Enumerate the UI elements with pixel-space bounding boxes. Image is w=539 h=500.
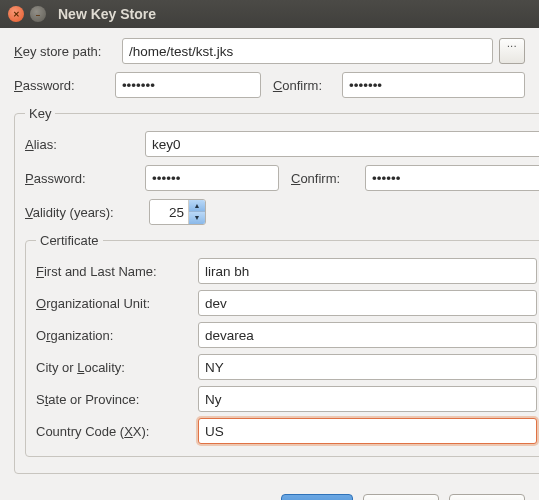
keystore-confirm-label: Confirm: (273, 78, 342, 93)
alias-input[interactable] (145, 131, 539, 157)
titlebar: ✕ – New Key Store (0, 0, 539, 28)
key-legend: Key (25, 106, 55, 121)
keystore-password-label: Password: (14, 78, 115, 93)
certificate-legend: Certificate (36, 233, 103, 248)
keystore-confirm-input[interactable] (342, 72, 525, 98)
country-input[interactable] (198, 418, 537, 444)
validity-label: Validity (years): (25, 205, 145, 220)
org-unit-input[interactable] (198, 290, 537, 316)
state-input[interactable] (198, 386, 537, 412)
keystore-path-input[interactable] (122, 38, 493, 64)
certificate-fieldset: Certificate First and Last Name: Organiz… (25, 233, 539, 457)
browse-button[interactable]: ... (499, 38, 525, 64)
first-last-label: First and Last Name: (36, 264, 198, 279)
keystore-path-label: Key store path: (14, 44, 122, 59)
state-label: State or Province: (36, 392, 198, 407)
org-unit-label: Organizational Unit: (36, 296, 198, 311)
window-title: New Key Store (58, 6, 156, 22)
alias-label: Alias: (25, 137, 145, 152)
help-button[interactable]: Help (449, 494, 525, 500)
organization-input[interactable] (198, 322, 537, 348)
minimize-icon[interactable]: – (30, 6, 46, 22)
keystore-password-input[interactable] (115, 72, 261, 98)
first-last-input[interactable] (198, 258, 537, 284)
key-confirm-input[interactable] (365, 165, 539, 191)
close-icon[interactable]: ✕ (8, 6, 24, 22)
ok-button[interactable]: OK (281, 494, 353, 500)
key-password-label: Password: (25, 171, 145, 186)
city-label: City or Locality: (36, 360, 198, 375)
country-label: Country Code (XX): (36, 424, 198, 439)
key-password-input[interactable] (145, 165, 279, 191)
spinner-down-icon[interactable]: ▼ (189, 212, 205, 224)
cancel-button[interactable]: Cancel (363, 494, 439, 500)
validity-input[interactable] (150, 200, 188, 224)
key-confirm-label: Confirm: (291, 171, 365, 186)
organization-label: Organization: (36, 328, 198, 343)
spinner-up-icon[interactable]: ▲ (189, 200, 205, 212)
city-input[interactable] (198, 354, 537, 380)
validity-spinner[interactable]: ▲ ▼ (149, 199, 206, 225)
key-fieldset: Key Alias: Password: Confirm: Validity (… (14, 106, 539, 474)
